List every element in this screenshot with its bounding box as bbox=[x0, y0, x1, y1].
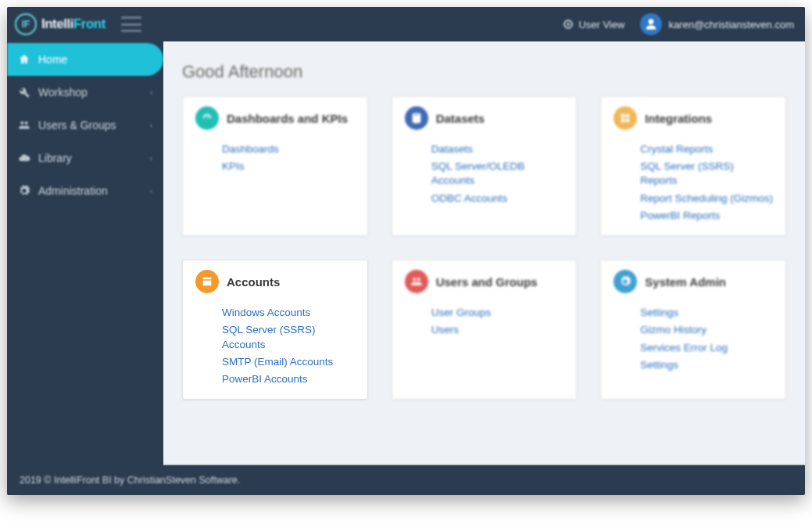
card-title: Dashboards and KPIs bbox=[227, 112, 348, 125]
user-view-label: User View bbox=[578, 19, 624, 30]
card-system-admin: System Admin Settings Gizmo History Serv… bbox=[600, 260, 786, 400]
sidebar-item-label: Workshop bbox=[38, 86, 88, 99]
link-settings-2[interactable]: Settings bbox=[640, 358, 773, 372]
wrench-icon bbox=[18, 86, 30, 99]
integrations-icon bbox=[613, 106, 637, 130]
users-groups-icon bbox=[405, 270, 428, 293]
footer-text: 2019 © IntelliFront BI by ChristianSteve… bbox=[20, 475, 240, 486]
user-view-toggle[interactable]: User View bbox=[563, 19, 624, 30]
sidebar-item-administration[interactable]: Administration ‹ bbox=[7, 174, 163, 207]
app-window: IF IntelliFront User View karen@christia… bbox=[7, 7, 805, 495]
card-accounts: Accounts Windows Accounts SQL Server (SS… bbox=[182, 260, 368, 400]
brand-logo[interactable]: IF IntelliFront bbox=[15, 13, 106, 35]
gear-icon bbox=[18, 185, 30, 197]
database-icon bbox=[405, 106, 428, 130]
link-smtp-accounts[interactable]: SMTP (Email) Accounts bbox=[222, 355, 355, 369]
card-title: Users and Groups bbox=[436, 275, 538, 289]
card-title: Integrations bbox=[645, 112, 712, 125]
sidebar-item-home[interactable]: Home bbox=[7, 43, 163, 76]
link-kpis[interactable]: KPIs bbox=[222, 160, 355, 174]
link-powerbi-reports[interactable]: PowerBI Reports bbox=[640, 209, 773, 223]
brand-mark-icon: IF bbox=[15, 13, 37, 35]
chevron-left-icon: ‹ bbox=[150, 121, 152, 130]
link-datasets[interactable]: Datasets bbox=[431, 142, 564, 156]
sidebar-item-library[interactable]: Library ‹ bbox=[7, 142, 163, 174]
sidebar-item-users-groups[interactable]: Users & Groups ‹ bbox=[7, 109, 163, 142]
chevron-left-icon: ‹ bbox=[150, 88, 152, 97]
user-menu[interactable]: karen@christiansteven.com bbox=[640, 13, 794, 35]
link-dashboards[interactable]: Dashboards bbox=[222, 142, 355, 156]
card-integrations: Integrations Crystal Reports SQL Server … bbox=[600, 96, 786, 236]
chevron-left-icon: ‹ bbox=[150, 154, 152, 163]
link-ssrs-accounts[interactable]: SQL Server (SSRS) Accounts bbox=[222, 323, 355, 351]
user-email: karen@christiansteven.com bbox=[668, 19, 794, 30]
sidebar-item-label: Administration bbox=[38, 185, 108, 197]
card-title: Accounts bbox=[227, 275, 280, 289]
home-icon bbox=[18, 53, 30, 66]
sidebar-item-workshop[interactable]: Workshop ‹ bbox=[7, 76, 163, 109]
link-gizmo-history[interactable]: Gizmo History bbox=[640, 323, 773, 337]
sidebar-item-label: Library bbox=[38, 152, 72, 164]
sidebar: Home Workshop ‹ Users & Groups ‹ Library… bbox=[7, 41, 163, 465]
users-icon bbox=[18, 119, 30, 131]
link-windows-accounts[interactable]: Windows Accounts bbox=[222, 306, 355, 320]
card-users-groups: Users and Groups User Groups Users bbox=[392, 260, 578, 400]
user-icon bbox=[645, 18, 657, 30]
card-title: Datasets bbox=[436, 112, 485, 125]
topbar: IF IntelliFront User View karen@christia… bbox=[7, 7, 805, 41]
main-content: Good Afternoon Dashboards and KPIs Dashb… bbox=[163, 41, 805, 465]
link-powerbi-accounts[interactable]: PowerBI Accounts bbox=[222, 372, 355, 386]
link-users[interactable]: Users bbox=[431, 323, 564, 337]
system-admin-icon bbox=[613, 270, 637, 293]
link-sqloledb-accounts[interactable]: SQL Server/OLEDB Accounts bbox=[431, 160, 564, 188]
brand-title: IntelliFront bbox=[41, 16, 106, 32]
chevron-left-icon: ‹ bbox=[150, 187, 152, 196]
card-title: System Admin bbox=[645, 275, 726, 289]
link-report-scheduling[interactable]: Report Scheduling (Gizmos) bbox=[640, 192, 773, 206]
link-settings[interactable]: Settings bbox=[640, 306, 773, 320]
link-services-error-log[interactable]: Services Error Log bbox=[640, 341, 773, 355]
link-crystal-reports[interactable]: Crystal Reports bbox=[640, 142, 773, 156]
body: Home Workshop ‹ Users & Groups ‹ Library… bbox=[7, 41, 805, 465]
menu-toggle-button[interactable] bbox=[121, 16, 141, 32]
footer: 2019 © IntelliFront BI by ChristianSteve… bbox=[7, 465, 805, 495]
card-grid: Dashboards and KPIs Dashboards KPIs Data… bbox=[182, 96, 786, 400]
card-dashboards-kpis: Dashboards and KPIs Dashboards KPIs bbox=[182, 96, 368, 236]
sidebar-item-label: Home bbox=[38, 53, 67, 66]
gauge-icon bbox=[195, 106, 219, 130]
accounts-icon bbox=[195, 270, 219, 293]
link-user-groups[interactable]: User Groups bbox=[431, 306, 564, 320]
link-odbc-accounts[interactable]: ODBC Accounts bbox=[431, 192, 564, 206]
sidebar-item-label: Users & Groups bbox=[38, 119, 116, 131]
avatar bbox=[640, 13, 662, 35]
cloud-icon bbox=[18, 152, 30, 164]
link-ssrs-reports[interactable]: SQL Server (SSRS) Reports bbox=[640, 160, 773, 188]
target-icon bbox=[563, 19, 574, 30]
card-datasets: Datasets Datasets SQL Server/OLEDB Accou… bbox=[392, 96, 578, 236]
greeting: Good Afternoon bbox=[182, 62, 786, 82]
